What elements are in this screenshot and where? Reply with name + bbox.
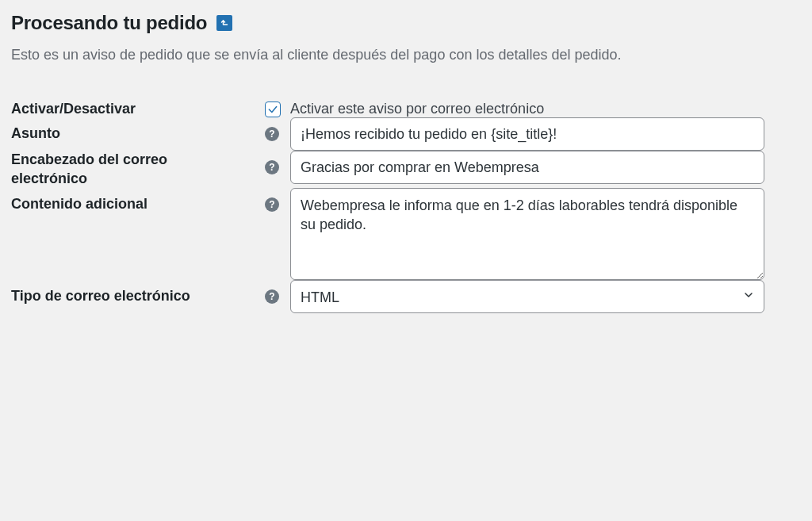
subject-label: Asunto	[11, 117, 257, 142]
help-icon[interactable]: ?	[265, 127, 279, 141]
subject-input[interactable]	[290, 117, 764, 151]
help-icon[interactable]: ?	[265, 160, 279, 174]
help-icon[interactable]: ?	[265, 197, 279, 212]
enable-checkbox[interactable]	[265, 102, 281, 117]
content-label: Contenido adicional	[11, 188, 257, 213]
heading-label: Encabezado del correo electrónico	[11, 151, 217, 188]
help-icon[interactable]: ?	[265, 289, 279, 304]
email-type-label: Tipo de correo electrónico	[11, 280, 257, 305]
email-type-select[interactable]: HTML	[290, 280, 764, 313]
heading-input[interactable]	[290, 151, 764, 184]
back-icon[interactable]	[216, 15, 232, 31]
content-textarea[interactable]	[290, 188, 764, 280]
enable-checkbox-label: Activar este aviso por correo electrónic…	[290, 101, 544, 117]
page-title: Procesando tu pedido	[11, 12, 207, 34]
enable-label: Activar/Desactivar	[11, 101, 257, 117]
page-description: Esto es un aviso de pedido que se envía …	[11, 45, 798, 64]
